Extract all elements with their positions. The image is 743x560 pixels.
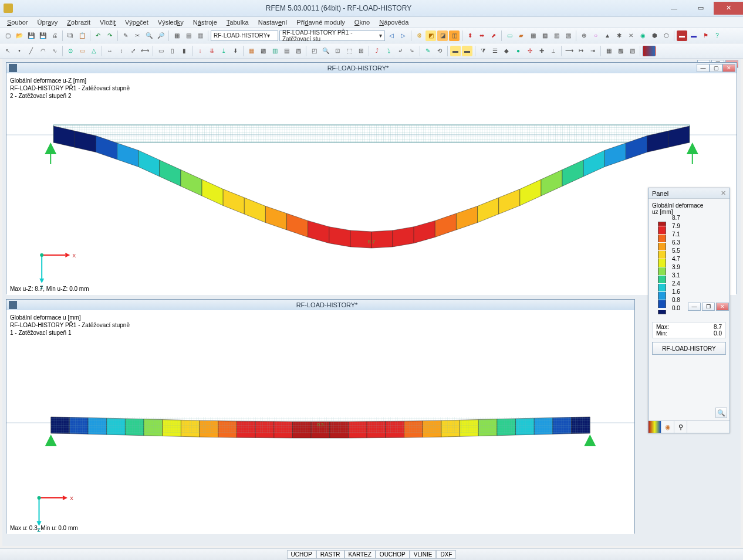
disp-icon[interactable]: ▭ <box>504 30 515 41</box>
status-kartez[interactable]: KARTEZ <box>345 550 376 559</box>
ptr-icon[interactable]: ↖ <box>2 46 13 56</box>
panel-close-icon[interactable]: ✕ <box>721 189 726 197</box>
saveas-icon[interactable]: 💾 <box>38 30 48 41</box>
cs2-icon[interactable]: ▩ <box>615 46 626 56</box>
color-icon[interactable]: ◆ <box>501 46 512 56</box>
status-rastr[interactable]: RASTR <box>316 550 345 559</box>
status-dxf[interactable]: DXF <box>436 550 456 559</box>
save-icon[interactable]: 💾 <box>26 30 36 41</box>
redo-icon[interactable]: ↷ <box>104 30 115 41</box>
load1-icon[interactable]: ↓ <box>195 46 205 56</box>
status-uchop[interactable]: UCHOP <box>287 550 316 559</box>
load4-icon[interactable]: ⬇ <box>230 46 241 56</box>
pt-icon[interactable]: • <box>14 46 25 56</box>
panel-zoom-icon[interactable]: 🔍 <box>715 408 727 418</box>
view2-icon[interactable]: 🔍 <box>320 46 331 56</box>
print-icon[interactable]: 🖨 <box>49 30 60 41</box>
mdi2-minimize-icon[interactable]: — <box>688 303 701 311</box>
panel-module-button[interactable]: RF-LOAD-HISTORY <box>652 342 726 355</box>
open-icon[interactable]: 📂 <box>14 30 25 41</box>
box-icon[interactable]: ▭ <box>156 46 166 56</box>
view5-icon[interactable]: ⊞ <box>356 46 366 56</box>
seq2-icon[interactable]: ↦ <box>576 46 586 56</box>
new-icon[interactable]: ▢ <box>2 30 13 41</box>
copy-icon[interactable]: ⿻ <box>65 30 76 41</box>
yz-icon[interactable]: ⤵ <box>383 46 394 56</box>
arc-icon[interactable]: ◠ <box>38 46 48 56</box>
tool-b-icon[interactable]: ○ <box>590 30 601 41</box>
combo-module[interactable]: RF-LOAD-HISTORY▾ <box>211 30 278 41</box>
panel-tab-colors[interactable] <box>649 421 661 433</box>
mdi-titlebar-top[interactable]: RF-LOAD-HISTORY* — ▢ ✕ <box>6 63 737 73</box>
canvas-top[interactable]: Globální deformace u-Z [mm] RF-LOAD-HIST… <box>6 73 737 295</box>
close-button[interactable]: ✕ <box>714 2 743 15</box>
view-icon[interactable]: ▦ <box>171 30 182 41</box>
box3-icon[interactable]: ▮ <box>179 46 190 56</box>
an1-icon[interactable]: ✎ <box>423 46 433 56</box>
grid-icon[interactable]: ▤ <box>183 30 194 41</box>
menu-nastroje[interactable]: Nástroje <box>188 18 222 27</box>
ortho-icon[interactable]: ⟂ <box>548 46 559 56</box>
menu-vypocet[interactable]: Výpočet <box>120 18 153 27</box>
ln-icon[interactable]: ╱ <box>26 46 36 56</box>
mdi2-close-icon[interactable]: ✕ <box>716 303 729 311</box>
mesh4-icon[interactable]: ▤ <box>281 46 292 56</box>
node-icon[interactable]: ⊙ <box>65 46 76 56</box>
flag-icon[interactable]: ⚑ <box>700 30 711 41</box>
cs3-icon[interactable]: ▧ <box>627 46 637 56</box>
menu-moduly[interactable]: Přídavné moduly <box>292 18 350 27</box>
view3-icon[interactable]: ⊡ <box>332 46 343 56</box>
tool-e-icon[interactable]: ✕ <box>626 30 636 41</box>
r2-icon[interactable]: ◪ <box>437 30 448 41</box>
menu-napoveda[interactable]: Nápověda <box>374 18 413 27</box>
menu-okno[interactable]: Okno <box>350 18 374 27</box>
vect-icon[interactable]: ▨ <box>563 30 573 41</box>
tool-a-icon[interactable]: ⊕ <box>579 30 589 41</box>
xy-icon[interactable]: ⤴ <box>372 46 382 56</box>
prev-icon[interactable]: ◁ <box>386 30 397 41</box>
mesh2-icon[interactable]: ▩ <box>258 46 268 56</box>
edit-icon[interactable]: ✎ <box>120 30 131 41</box>
seq3-icon[interactable]: ⇥ <box>587 46 598 56</box>
delete-icon[interactable]: ✂ <box>132 30 143 41</box>
an2-icon[interactable]: ⟲ <box>434 46 445 56</box>
tool-c-icon[interactable]: ▲ <box>602 30 613 41</box>
mesh5-icon[interactable]: ▨ <box>293 46 303 56</box>
globe-icon[interactable]: ● <box>513 46 524 56</box>
minimize-button[interactable]: — <box>661 2 687 15</box>
dim1-icon[interactable]: ↔ <box>104 46 115 56</box>
r3-icon[interactable]: ◫ <box>449 30 460 41</box>
stress-icon[interactable]: ▰ <box>516 30 526 41</box>
menu-zobrazit[interactable]: Zobrazit <box>62 18 95 27</box>
section-icon[interactable]: ▧ <box>551 30 562 41</box>
canvas-bottom[interactable]: Globální deformace u [mm] RF-LOAD-HISTOR… <box>6 310 634 534</box>
mesh1-icon[interactable]: ▦ <box>246 46 256 56</box>
cs1-icon[interactable]: ▦ <box>603 46 614 56</box>
xz-icon[interactable]: ⤶ <box>395 46 406 56</box>
hl1-icon[interactable]: ▬ <box>450 46 461 56</box>
memb-icon[interactable]: ▭ <box>77 46 87 56</box>
panel-tab-filter[interactable]: ⚲ <box>674 421 687 433</box>
load2-icon[interactable]: ⇊ <box>207 46 217 56</box>
mesh3-icon[interactable]: ▥ <box>269 46 280 56</box>
menu-tabulka[interactable]: Tabulka <box>222 18 254 27</box>
red1-icon[interactable]: ▬ <box>677 30 687 41</box>
calc-icon[interactable]: ⚙ <box>414 30 424 41</box>
menu-soubor[interactable]: Soubor <box>2 18 32 27</box>
panel-tab-factor[interactable]: ◉ <box>661 421 674 433</box>
iso-icon[interactable]: ▩ <box>539 30 550 41</box>
mdi-titlebar-bottom[interactable]: RF-LOAD-HISTORY* <box>6 300 634 310</box>
status-vlinie[interactable]: VLINIE <box>410 550 437 559</box>
axis2-icon[interactable]: ✢ <box>525 46 535 56</box>
iso2-icon[interactable]: ⤷ <box>407 46 417 56</box>
mdi2-restore-icon[interactable]: ❐ <box>702 303 715 311</box>
table-icon[interactable]: ▥ <box>195 30 205 41</box>
zoom-icon[interactable]: 🔍 <box>144 30 154 41</box>
status-ouchop[interactable]: OUCHOP <box>376 550 410 559</box>
dim4-icon[interactable]: ⟷ <box>140 46 150 56</box>
maximize-button[interactable]: ▭ <box>687 2 714 15</box>
dim2-icon[interactable]: ↕ <box>116 46 127 56</box>
help-icon[interactable]: ? <box>712 30 722 41</box>
child-close-icon[interactable]: ✕ <box>722 64 735 72</box>
child-minimize-icon[interactable]: — <box>697 64 710 72</box>
